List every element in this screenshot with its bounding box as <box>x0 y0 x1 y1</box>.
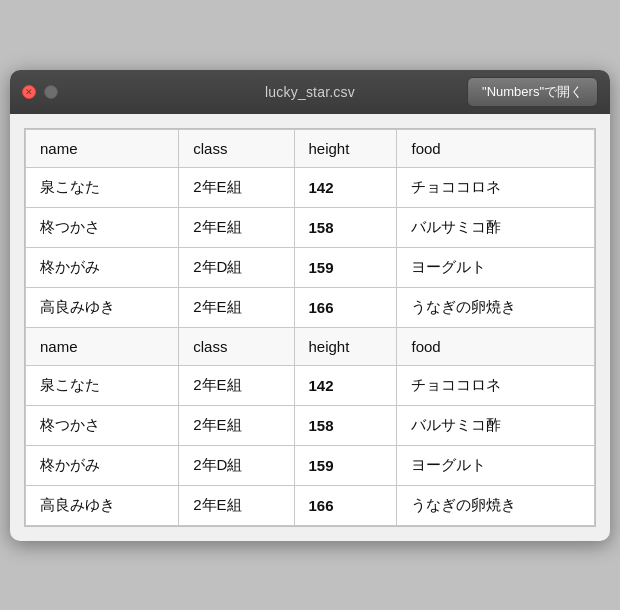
table-row: 泉こなた2年E組142チョココロネ <box>26 365 595 405</box>
cell-1-1: 2年E組 <box>179 405 294 445</box>
table-row: 高良みゆき2年E組166うなぎの卵焼き <box>26 287 595 327</box>
cell-3-1: 2年E組 <box>179 287 294 327</box>
table-header-row: nameclassheightfood <box>26 129 595 167</box>
header-cell-food: food <box>397 327 595 365</box>
cell-2-1: 2年D組 <box>179 247 294 287</box>
header-cell-name: name <box>26 129 179 167</box>
cell-0-1: 2年E組 <box>179 167 294 207</box>
window: ✕ lucky_star.csv "Numbers"で開く nameclassh… <box>10 70 610 541</box>
cell-2-2: 159 <box>294 445 397 485</box>
cell-2-0: 柊かがみ <box>26 445 179 485</box>
cell-2-3: ヨーグルト <box>397 247 595 287</box>
table-container: nameclassheightfood泉こなた2年E組142チョココロネ柊つかさ… <box>24 128 596 527</box>
titlebar: ✕ lucky_star.csv "Numbers"で開く <box>10 70 610 114</box>
table-row: 泉こなた2年E組142チョココロネ <box>26 167 595 207</box>
cell-1-3: バルサミコ酢 <box>397 405 595 445</box>
cell-1-3: バルサミコ酢 <box>397 207 595 247</box>
cell-0-1: 2年E組 <box>179 365 294 405</box>
table-row: 柊つかさ2年E組158バルサミコ酢 <box>26 207 595 247</box>
close-button[interactable]: ✕ <box>22 85 36 99</box>
cell-0-2: 142 <box>294 365 397 405</box>
header-cell-height: height <box>294 129 397 167</box>
cell-3-2: 166 <box>294 287 397 327</box>
cell-1-1: 2年E組 <box>179 207 294 247</box>
cell-0-3: チョココロネ <box>397 167 595 207</box>
cell-3-0: 高良みゆき <box>26 485 179 525</box>
cell-1-0: 柊つかさ <box>26 207 179 247</box>
cell-1-2: 158 <box>294 405 397 445</box>
cell-2-0: 柊かがみ <box>26 247 179 287</box>
traffic-lights: ✕ <box>22 85 58 99</box>
window-title: lucky_star.csv <box>265 84 355 100</box>
header-cell-height: height <box>294 327 397 365</box>
cell-3-2: 166 <box>294 485 397 525</box>
header-cell-class: class <box>179 129 294 167</box>
header-cell-name: name <box>26 327 179 365</box>
table-row: 高良みゆき2年E組166うなぎの卵焼き <box>26 485 595 525</box>
cell-2-3: ヨーグルト <box>397 445 595 485</box>
cell-0-2: 142 <box>294 167 397 207</box>
minimize-button[interactable] <box>44 85 58 99</box>
cell-3-3: うなぎの卵焼き <box>397 287 595 327</box>
cell-0-0: 泉こなた <box>26 167 179 207</box>
cell-3-3: うなぎの卵焼き <box>397 485 595 525</box>
cell-3-1: 2年E組 <box>179 485 294 525</box>
table-row: 柊つかさ2年E組158バルサミコ酢 <box>26 405 595 445</box>
cell-2-1: 2年D組 <box>179 445 294 485</box>
cell-0-0: 泉こなた <box>26 365 179 405</box>
table-row: 柊かがみ2年D組159ヨーグルト <box>26 247 595 287</box>
cell-0-3: チョココロネ <box>397 365 595 405</box>
header-cell-food: food <box>397 129 595 167</box>
open-in-numbers-button[interactable]: "Numbers"で開く <box>467 77 598 107</box>
table-row: 柊かがみ2年D組159ヨーグルト <box>26 445 595 485</box>
cell-1-0: 柊つかさ <box>26 405 179 445</box>
header-cell-class: class <box>179 327 294 365</box>
cell-3-0: 高良みゆき <box>26 287 179 327</box>
cell-1-2: 158 <box>294 207 397 247</box>
csv-table: nameclassheightfood泉こなた2年E組142チョココロネ柊つかさ… <box>25 129 595 526</box>
cell-2-2: 159 <box>294 247 397 287</box>
table-header-row: nameclassheightfood <box>26 327 595 365</box>
